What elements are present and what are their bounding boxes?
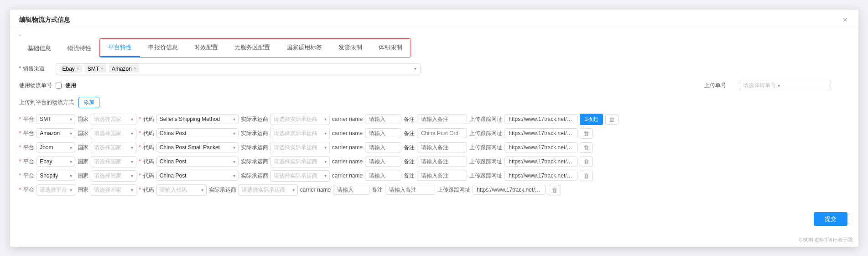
code-select-3[interactable]: China Post ▾ — [156, 157, 239, 167]
tab-declaration[interactable]: 申报价信息 — [140, 39, 186, 57]
carriername-label-2: carrier name — [332, 144, 363, 151]
code-select-0[interactable]: Seller's Shipping Method ▾ — [156, 114, 239, 124]
url-input-3[interactable]: https://www.17track.net/zh- — [504, 157, 577, 167]
country-select-4[interactable]: 请选择国家 ▾ — [91, 170, 136, 182]
modal-body: * 销售渠道 Ebay SMT Amazon 使用物流单号 — [10, 57, 858, 205]
country-select-2[interactable]: 请选择国家 ▾ — [91, 142, 136, 153]
tag-ebay: Ebay — [60, 65, 82, 73]
logistics-number-checkbox[interactable] — [56, 83, 62, 89]
carrier-select-1[interactable]: 请选择实际承运商 ▾ — [270, 128, 330, 139]
tab-volume[interactable]: 体积限制 — [370, 39, 411, 57]
platform-select-3[interactable]: Ebay ▾ — [36, 157, 75, 167]
remark-label-4: 备注 — [404, 172, 415, 180]
carrier-select-3[interactable]: 请选择实际承运商 ▾ — [270, 156, 330, 167]
delete-row-button-2[interactable]: 🗑 — [580, 142, 593, 153]
tab-noservice[interactable]: 无服务区配置 — [226, 39, 278, 57]
shipping-row-5: * 平台 请选择平台 ▾ 国家 请选择国家 ▾ * 代码 请输入代码 ▾ 实际承… — [19, 184, 849, 196]
code-select-2[interactable]: China Post Small Packet ▾ — [156, 142, 239, 152]
delete-row-button-1[interactable]: 🗑 — [580, 128, 593, 139]
country-select-3[interactable]: 请选择国家 ▾ — [91, 156, 136, 167]
country-label-4: 国家 — [78, 172, 88, 180]
remark-label-2: 备注 — [404, 144, 415, 152]
platform-label-5: 平台 — [23, 186, 34, 194]
code-label-4: 代码 — [143, 172, 154, 180]
tab-country[interactable]: 国家适用标签 — [278, 39, 330, 57]
url-input-1[interactable]: https://www.17track.net/zh- — [504, 128, 577, 138]
delete-row-button-5[interactable]: 🗑 — [548, 185, 561, 195]
code-star-4: * — [139, 172, 141, 179]
url-input-5[interactable]: https://www.17track.net/zh- — [473, 185, 546, 195]
remark-input-3[interactable] — [417, 157, 467, 167]
platform-label-4: 平台 — [23, 172, 34, 180]
country-label-3: 国家 — [78, 158, 88, 166]
url-input-4[interactable]: https://www.17track.net/zh- — [504, 171, 577, 181]
modal-title: 编辑物流方式信息 — [19, 16, 70, 24]
carrier-select-5[interactable]: 请选择实际承运商 ▾ — [239, 184, 298, 196]
tag-ebay-close[interactable] — [77, 66, 79, 71]
url-label-1: 上传跟踪网址 — [469, 130, 502, 137]
code-select-5[interactable]: 请输入代码 ▾ — [156, 184, 207, 196]
tab-delivery[interactable]: 发货限制 — [330, 39, 370, 57]
carriername-label-3: carrier name — [332, 158, 363, 165]
remark-label-5: 备注 — [372, 186, 383, 194]
carriername-input-4[interactable] — [365, 171, 401, 181]
carriername-input-2[interactable] — [365, 142, 401, 152]
code-label-3: 代码 — [143, 158, 154, 166]
country-select-1[interactable]: 请选择国家 ▾ — [91, 128, 136, 139]
url-input-2[interactable]: https://www.17track.net/zh- — [504, 142, 577, 152]
platform-select-1[interactable]: Amazon ▾ — [36, 128, 75, 138]
country-label-0: 国家 — [78, 115, 88, 123]
remark-input-2[interactable] — [417, 142, 467, 152]
platform-select-0[interactable]: SMT ▾ — [36, 114, 75, 124]
url-input-0[interactable]: https://www.17track.net/zh- — [504, 114, 577, 124]
remark-input-0[interactable] — [417, 114, 467, 124]
upload-number-arrow — [778, 82, 780, 89]
tag-amazon: Amazon — [109, 65, 139, 73]
url-label-5: 上传跟踪网址 — [437, 186, 470, 194]
remark-input-4[interactable] — [417, 171, 467, 181]
upload-platform-row: 上传到平台的物流方式 添加 — [19, 97, 849, 108]
required-star-5: * — [19, 187, 21, 193]
tag-smt-close[interactable] — [101, 66, 104, 71]
carriername-input-5[interactable] — [333, 185, 369, 195]
platform-select-4[interactable]: Shopify ▾ — [36, 171, 75, 181]
upload-number-select[interactable]: 请选择转单号 — [740, 80, 831, 91]
carriername-input-1[interactable] — [365, 128, 401, 138]
carriername-label-5: carrier name — [300, 187, 331, 193]
tab-timelimit[interactable]: 时效配置 — [186, 39, 226, 57]
platform-select-5[interactable]: 请选择平台 ▾ — [36, 184, 75, 196]
carriername-input-3[interactable] — [365, 157, 401, 167]
collect-button-0[interactable]: 1收起 — [580, 114, 603, 125]
carrier-select-4[interactable]: 请选择实际承运商 ▾ — [270, 170, 330, 182]
remark-label-1: 备注 — [404, 130, 415, 137]
platform-select-2[interactable]: Joom ▾ — [36, 142, 75, 152]
tab-platform[interactable]: 平台特性 — [100, 39, 140, 57]
required-star-4: * — [19, 172, 21, 179]
code-select-1[interactable]: China Post ▾ — [156, 128, 239, 138]
carrier-select-0[interactable]: 请选择实际承运商 ▾ — [270, 114, 330, 125]
remark-input-5[interactable] — [385, 185, 435, 195]
tab-logistics[interactable]: 物流特性 — [59, 40, 99, 57]
footer: 提交 — [10, 205, 858, 233]
add-shipping-button[interactable]: 添加 — [78, 97, 99, 108]
delete-row-button-0[interactable]: 🗑 — [605, 114, 619, 125]
submit-button[interactable]: 提交 — [814, 212, 847, 226]
carrier-select-2[interactable]: 请选择实际承运商 ▾ — [270, 142, 330, 153]
required-star-1: * — [19, 130, 21, 136]
country-label-5: 国家 — [78, 186, 88, 194]
close-button[interactable]: × — [841, 16, 849, 24]
sales-channel-input[interactable]: Ebay SMT Amazon — [56, 63, 421, 74]
remark-input-1[interactable] — [417, 128, 467, 138]
carriername-input-0[interactable] — [365, 114, 401, 124]
logistics-number-label: 使用物流单号 — [19, 82, 52, 89]
platform-label-2: 平台 — [23, 144, 34, 152]
delete-row-button-3[interactable]: 🗑 — [580, 157, 593, 167]
tag-amazon-close[interactable] — [134, 66, 136, 71]
country-select-5[interactable]: 请选择国家 ▾ — [91, 184, 136, 196]
tab-basic[interactable]: 基础信息 — [19, 40, 59, 57]
code-select-4[interactable]: China Post ▾ — [156, 171, 239, 181]
sales-channel-row: * 销售渠道 Ebay SMT Amazon — [19, 63, 849, 74]
sales-channel-dropdown-arrow[interactable] — [414, 66, 416, 71]
delete-row-button-4[interactable]: 🗑 — [580, 171, 593, 181]
country-select-0[interactable]: 请选择国家 ▾ — [91, 114, 136, 125]
